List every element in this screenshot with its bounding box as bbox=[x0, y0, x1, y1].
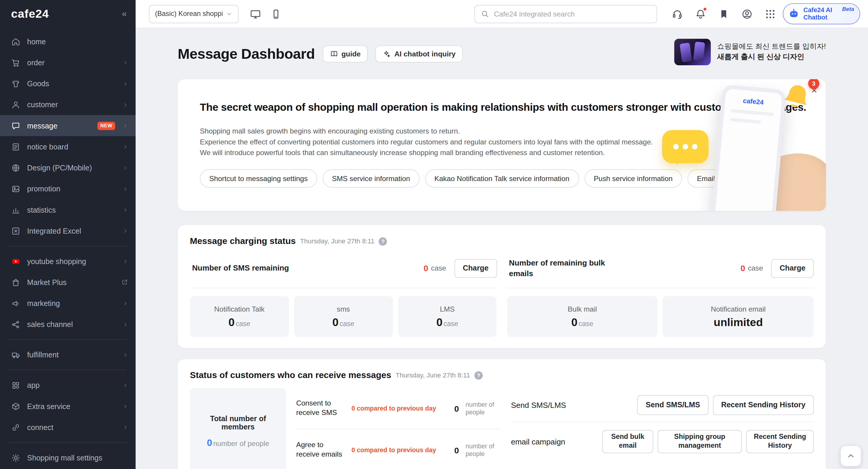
sidebar-item-integrated-excel[interactable]: Integrated Excel bbox=[0, 220, 135, 241]
external-link-icon bbox=[121, 279, 128, 285]
recent-sending-history-button[interactable]: Recent Sending History bbox=[713, 395, 814, 415]
sidebar-item-home[interactable]: home bbox=[0, 31, 135, 52]
ai-chatbot-inquiry-button[interactable]: AI chatbot inquiry bbox=[375, 45, 463, 63]
global-search bbox=[474, 5, 657, 23]
sidebar-item-label: sales channel bbox=[27, 320, 116, 329]
sms-consent-row: Consent to receive SMS 0 compared to pre… bbox=[296, 388, 501, 430]
charging-grid: Number of SMS remaining 0 case Charge No… bbox=[190, 248, 814, 337]
sidebar-item-promotion[interactable]: promotion bbox=[0, 178, 135, 199]
sidebar-item-label: Shopping mall settings bbox=[27, 454, 128, 462]
truck-icon bbox=[11, 350, 20, 359]
hero-headline: The secret weapon of shopping mall opera… bbox=[200, 101, 804, 114]
sidebar-item-label: notice board bbox=[27, 143, 116, 151]
bulk-email-column: Number of remaining bulk emails 0 case C… bbox=[507, 248, 814, 337]
bulk-email-value: 0 case Charge bbox=[740, 259, 814, 278]
sidebar-item-goods[interactable]: Goods bbox=[0, 73, 135, 94]
sidebar-item-youtube-shopping[interactable]: youtube shopping bbox=[0, 251, 135, 272]
mobile-icon[interactable] bbox=[270, 8, 282, 20]
email-service-info-button[interactable]: Email service information bbox=[687, 169, 787, 187]
chevron-right-icon bbox=[123, 207, 128, 212]
close-icon[interactable]: × bbox=[811, 85, 817, 96]
messaging-settings-shortcut-button[interactable]: Shortcut to messaging settings bbox=[200, 169, 317, 187]
sidebar-item-fulfillment[interactable]: fulfillment bbox=[0, 344, 135, 365]
mall-selector[interactable]: (Basic) Korean shoppin... bbox=[149, 5, 239, 23]
chevron-right-icon bbox=[123, 301, 128, 306]
chevron-right-icon bbox=[123, 425, 128, 430]
push-service-info-button[interactable]: Push service information bbox=[584, 169, 682, 187]
ai-chatbot-button[interactable]: Cafe24 AI Chatbot Beta bbox=[783, 3, 860, 24]
sidebar-item-label: app bbox=[27, 381, 116, 389]
sidebar-item-sales-channel[interactable]: sales channel bbox=[0, 314, 135, 335]
stat-label: sms bbox=[337, 305, 350, 313]
sidebar-item-label: Goods bbox=[27, 80, 116, 88]
beta-badge: Beta bbox=[842, 6, 854, 12]
recipient-card-title: Status of customers who can receive mess… bbox=[190, 370, 391, 380]
send-bulk-email-button[interactable]: Send bulk email bbox=[602, 430, 653, 453]
cart-icon bbox=[11, 58, 20, 67]
monitor-icon[interactable] bbox=[250, 8, 261, 20]
sidebar-item-marketing[interactable]: marketing bbox=[0, 293, 135, 314]
bulk-email-row: Number of remaining bulk emails 0 case C… bbox=[507, 248, 814, 288]
bookmark-icon[interactable] bbox=[718, 8, 730, 20]
headset-icon[interactable] bbox=[672, 8, 683, 20]
box-icon bbox=[11, 401, 20, 411]
notification-bell[interactable] bbox=[695, 8, 706, 20]
total-members-unit: number of people bbox=[213, 439, 270, 448]
scroll-to-top-button[interactable] bbox=[840, 445, 861, 466]
chevron-right-icon bbox=[123, 404, 128, 409]
cafe24-logo[interactable]: cafe24 bbox=[11, 7, 49, 20]
sidebar-divider bbox=[9, 370, 127, 370]
sidebar-item-market-plus[interactable]: Market Plus bbox=[0, 272, 135, 293]
sidebar-item-shopping-mall-settings[interactable]: Shopping mall settings bbox=[0, 447, 135, 468]
stat-value: 0 bbox=[571, 316, 578, 329]
sidebar-item-customer[interactable]: customer bbox=[0, 94, 135, 115]
bulk-email-charge-button[interactable]: Charge bbox=[771, 259, 814, 278]
email-consent-label: Agree to receive emails bbox=[296, 441, 348, 459]
sms-charge-button[interactable]: Charge bbox=[454, 259, 497, 278]
chevron-right-icon bbox=[123, 144, 128, 149]
shipping-group-management-button[interactable]: Shipping group management bbox=[658, 430, 742, 453]
sidebar-item-label: customer bbox=[27, 100, 116, 109]
account-icon[interactable] bbox=[741, 8, 753, 20]
guide-button[interactable]: guide bbox=[322, 45, 368, 63]
sidebar-item-label: promotion bbox=[27, 185, 116, 193]
sidebar-item-message[interactable]: message NEW bbox=[0, 115, 135, 136]
recent-sending-history-button[interactable]: Recent Sending History bbox=[746, 430, 814, 453]
kakao-notification-talk-info-button[interactable]: Kakao Notification Talk service informat… bbox=[425, 169, 579, 187]
sidebar-item-extra-service[interactable]: Extra service bbox=[0, 396, 135, 417]
email-consent-count: 0 bbox=[454, 445, 459, 455]
sidebar-item-label: message bbox=[27, 121, 91, 130]
help-icon[interactable]: ? bbox=[474, 371, 483, 379]
bulk-email-label: Number of remaining bulk emails bbox=[509, 257, 614, 279]
stat-notification-talk: Notification Talk 0case bbox=[190, 296, 289, 337]
sidebar-item-design[interactable]: Design (PC/Mobile) bbox=[0, 157, 135, 178]
search-icon bbox=[481, 9, 490, 18]
send-sms-lms-button[interactable]: Send SMS/LMS bbox=[637, 395, 708, 415]
sidebar-item-label: fulfillment bbox=[27, 350, 116, 359]
image-icon bbox=[11, 184, 20, 193]
sidebar-item-statistics[interactable]: statistics bbox=[0, 199, 135, 220]
chevron-right-icon bbox=[123, 352, 128, 357]
sms-remaining-unit: case bbox=[431, 264, 446, 272]
apps-grid-icon[interactable] bbox=[765, 8, 776, 20]
help-icon[interactable]: ? bbox=[379, 237, 387, 245]
sidebar-item-order[interactable]: order bbox=[0, 52, 135, 73]
sidebar-divider bbox=[9, 339, 127, 340]
sidebar-item-app[interactable]: app bbox=[0, 374, 135, 396]
consent-column: Consent to receive SMS 0 compared to pre… bbox=[296, 388, 501, 469]
promo-banner[interactable]: 쇼핑몰에도 최신 트렌드를 입히자! 새롭게 출시 된 신상 디자인 bbox=[674, 39, 826, 65]
sidebar-item-connect[interactable]: connect bbox=[0, 417, 135, 438]
sidebar-collapse-icon[interactable]: « bbox=[122, 9, 127, 19]
sidebar-item-notice-board[interactable]: notice board bbox=[0, 136, 135, 157]
stat-value: unlimited bbox=[714, 316, 763, 329]
sidebar-item-label: home bbox=[27, 37, 128, 45]
sms-service-info-button[interactable]: SMS service information bbox=[322, 169, 420, 187]
bag-icon bbox=[11, 278, 20, 287]
email-stats-row: Bulk mail 0case Notification email unlim… bbox=[507, 296, 814, 337]
ai-inquiry-label: AI chatbot inquiry bbox=[395, 50, 456, 58]
sms-stats-row: Notification Talk 0case sms 0case LMS 0c… bbox=[190, 296, 497, 337]
search-input[interactable] bbox=[494, 10, 651, 18]
hero-line: Experience the effect of converting pote… bbox=[200, 136, 804, 147]
home-icon bbox=[11, 37, 20, 46]
tshirt-icon bbox=[11, 79, 20, 88]
